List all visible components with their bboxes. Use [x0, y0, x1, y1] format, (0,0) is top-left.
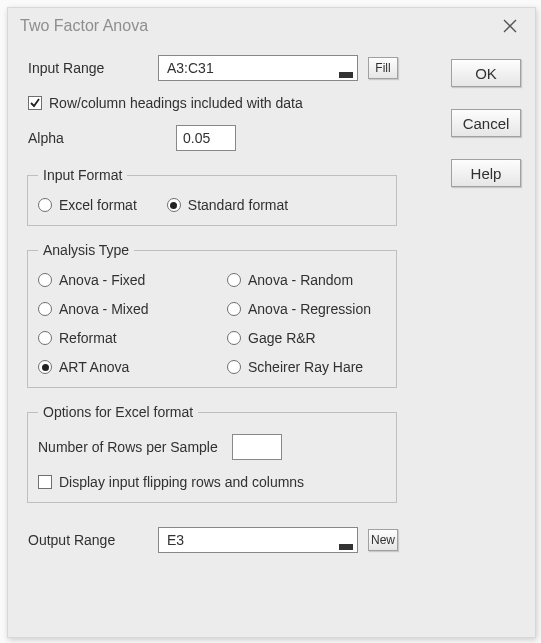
client-area: OK Cancel Help Input Range Fill Row/colu… [8, 43, 535, 637]
close-icon[interactable] [497, 13, 523, 39]
analysis-type-legend: Analysis Type [38, 242, 134, 258]
radio-label: Excel format [59, 197, 137, 213]
input-range-label: Input Range [22, 60, 148, 76]
radio-label: Anova - Random [248, 272, 353, 288]
input-range-field[interactable] [158, 55, 358, 81]
alpha-label: Alpha [22, 130, 148, 146]
options-excel-group: Options for Excel format Number of Rows … [27, 404, 397, 503]
fill-button[interactable]: Fill [368, 57, 398, 79]
radio-label: Gage R&R [248, 330, 316, 346]
alpha-row: Alpha [22, 125, 402, 151]
radio-indicator [227, 331, 241, 345]
headings-checkbox[interactable]: Row/column headings included with data [22, 95, 402, 111]
radio-art-anova[interactable]: ART Anova [38, 359, 197, 375]
radio-indicator [167, 198, 181, 212]
radio-indicator [38, 273, 52, 287]
radio-indicator [38, 360, 52, 374]
dialog-window: Two Factor Anova OK Cancel Help Input Ra… [7, 7, 536, 638]
new-button[interactable]: New [368, 529, 398, 551]
rows-per-sample-input[interactable] [232, 434, 282, 460]
radio-anova-regression[interactable]: Anova - Regression [227, 301, 386, 317]
radio-anova-mixed[interactable]: Anova - Mixed [38, 301, 197, 317]
output-range-row: Output Range New [22, 527, 402, 553]
side-buttons: OK Cancel Help [451, 59, 521, 187]
input-format-legend: Input Format [38, 167, 127, 183]
ok-button[interactable]: OK [451, 59, 521, 87]
radio-indicator [38, 331, 52, 345]
radio-standard-format[interactable]: Standard format [167, 197, 288, 213]
help-button[interactable]: Help [451, 159, 521, 187]
cancel-button[interactable]: Cancel [451, 109, 521, 137]
radio-gage-rr[interactable]: Gage R&R [227, 330, 386, 346]
radio-indicator [227, 360, 241, 374]
headings-checkbox-label: Row/column headings included with data [49, 95, 303, 111]
radio-label: Anova - Fixed [59, 272, 145, 288]
radio-indicator [38, 198, 52, 212]
input-range-row: Input Range Fill [22, 55, 402, 81]
radio-label: Scheirer Ray Hare [248, 359, 363, 375]
window-title: Two Factor Anova [20, 8, 148, 43]
radio-excel-format[interactable]: Excel format [38, 197, 137, 213]
radio-indicator [38, 302, 52, 316]
radio-label: Anova - Regression [248, 301, 371, 317]
radio-label: Reformat [59, 330, 117, 346]
titlebar: Two Factor Anova [8, 8, 535, 43]
radio-reformat[interactable]: Reformat [38, 330, 197, 346]
flip-checkbox-label: Display input flipping rows and columns [59, 474, 304, 490]
radio-scheirer[interactable]: Scheirer Ray Hare [227, 359, 386, 375]
analysis-type-group: Analysis Type Anova - Fixed Anova - Mixe… [27, 242, 397, 388]
input-format-group: Input Format Excel format Standard forma… [27, 167, 397, 226]
radio-label: Anova - Mixed [59, 301, 148, 317]
radio-indicator [227, 273, 241, 287]
options-excel-legend: Options for Excel format [38, 404, 198, 420]
rows-per-sample-label: Number of Rows per Sample [38, 439, 218, 455]
range-picker-icon[interactable] [339, 72, 353, 78]
radio-label: ART Anova [59, 359, 129, 375]
input-range-input[interactable] [165, 55, 335, 81]
flip-checkbox[interactable]: Display input flipping rows and columns [38, 474, 386, 490]
radio-label: Standard format [188, 197, 288, 213]
radio-anova-random[interactable]: Anova - Random [227, 272, 386, 288]
main-column: Input Range Fill Row/column headings inc… [22, 55, 402, 553]
output-range-label: Output Range [22, 532, 148, 548]
output-range-field[interactable] [158, 527, 358, 553]
range-picker-icon[interactable] [339, 544, 353, 550]
output-range-input[interactable] [165, 527, 335, 553]
checkbox-icon [38, 475, 52, 489]
radio-indicator [227, 302, 241, 316]
alpha-input[interactable] [176, 125, 236, 151]
checkbox-icon [28, 96, 42, 110]
radio-anova-fixed[interactable]: Anova - Fixed [38, 272, 197, 288]
